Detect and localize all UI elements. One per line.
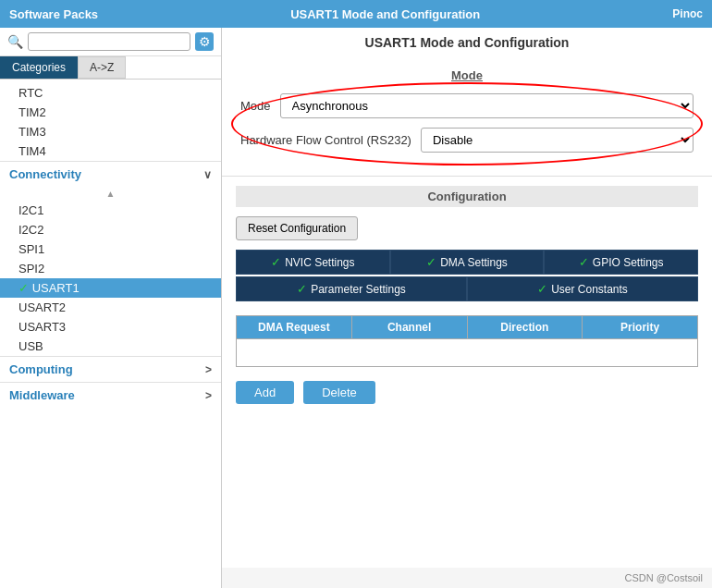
dma-check-icon: ✓ [426,255,436,269]
sidebar-item-spi2[interactable]: SPI2 [0,259,221,278]
sidebar-section-connectivity[interactable]: Connectivity ∨ [0,161,221,187]
sidebar-search-bar: 🔍 ⚙ [0,28,221,56]
up-arrow-icon: ▲ [106,189,116,199]
search-input[interactable] [28,32,190,51]
nvic-label: NVIC Settings [285,256,354,269]
add-button[interactable]: Add [236,381,294,404]
sidebar-item-usart2[interactable]: USART2 [0,298,221,317]
sidebar-tabs: Categories A->Z [0,56,221,80]
sidebar-section-computing[interactable]: Computing > [0,356,221,382]
computing-label: Computing [9,362,73,376]
tab-dma-settings[interactable]: ✓ DMA Settings [390,250,545,275]
content-title: USART1 Mode and Configuration [222,28,712,55]
search-icon: 🔍 [7,34,23,49]
mode-section-title: Mode [240,68,694,82]
sidebar-item-usart1[interactable]: ✓ USART1 [0,278,221,298]
sidebar-items-list: RTC TIM2 TIM3 TIM4 Connectivity ∨ ▲ I2C1… [0,80,221,588]
chevron-down-icon: ∨ [203,168,212,181]
config-section: Configuration Reset Configuration ✓ NVIC… [222,177,712,568]
tab-az[interactable]: A->Z [78,56,126,79]
top-bar-center: USART1 Mode and Configuration [98,7,672,21]
sidebar: 🔍 ⚙ Categories A->Z RTC TIM2 TIM3 TIM4 C… [0,28,222,588]
mode-row: Mode Asynchronous Synchronous Disable [240,93,694,118]
dma-table-body [236,339,698,367]
dma-actions: Add Delete [236,381,698,404]
mode-section: Mode Mode Asynchronous Synchronous Disab… [222,55,712,177]
chevron-right-icon2: > [205,389,212,402]
reset-config-button[interactable]: Reset Configuration [236,216,358,240]
sidebar-item-usb[interactable]: USB [0,337,221,356]
gpio-check-icon: ✓ [579,255,589,269]
dma-col-direction: Direction [468,316,583,338]
sidebar-section-middleware[interactable]: Middleware > [0,382,221,408]
sidebar-item-i2c1[interactable]: I2C1 [0,201,221,220]
tab-gpio-settings[interactable]: ✓ GPIO Settings [544,250,698,275]
mode-label: Mode [240,99,271,113]
hw-flow-select[interactable]: Disable Enable [421,128,694,153]
top-bar: Software Packs USART1 Mode and Configura… [0,0,712,28]
check-icon: ✓ [18,281,32,295]
config-tabs-row2: ✓ Parameter Settings ✓ User Constants [236,276,698,301]
dma-col-request: DMA Request [237,316,352,338]
gear-icon[interactable]: ⚙ [195,32,214,51]
top-bar-right: Pinoc [672,7,703,20]
uc-check-icon: ✓ [537,282,547,296]
dma-col-channel: Channel [352,316,468,338]
gpio-label: GPIO Settings [593,256,664,269]
hw-flow-row: Hardware Flow Control (RS232) Disable En… [240,128,694,153]
sidebar-item-usart3[interactable]: USART3 [0,317,221,337]
config-title: Configuration [236,186,698,207]
main-layout: 🔍 ⚙ Categories A->Z RTC TIM2 TIM3 TIM4 C… [0,28,712,588]
tab-parameter-settings[interactable]: ✓ Parameter Settings [236,276,467,301]
tab-nvic-settings[interactable]: ✓ NVIC Settings [236,250,390,275]
sidebar-item-tim2[interactable]: TIM2 [0,103,221,122]
dma-label: DMA Settings [440,256,508,269]
param-label: Parameter Settings [311,283,406,296]
middleware-label: Middleware [9,388,75,402]
sidebar-item-rtc[interactable]: RTC [0,83,221,103]
tab-categories[interactable]: Categories [0,56,78,79]
sidebar-item-i2c2[interactable]: I2C2 [0,220,221,239]
sidebar-item-spi1[interactable]: SPI1 [0,239,221,259]
tab-user-constants[interactable]: ✓ User Constants [467,276,698,301]
connectivity-subsection: ▲ [0,187,221,201]
uc-label: User Constants [551,283,628,296]
dma-table-header: DMA Request Channel Direction Priority [236,315,698,339]
nvic-check-icon: ✓ [271,255,281,269]
chevron-right-icon: > [205,363,212,376]
connectivity-label: Connectivity [9,167,81,181]
watermark: CSDN @Costsoil [222,568,712,588]
dma-col-priority: Priority [583,316,697,338]
param-check-icon: ✓ [297,282,307,296]
mode-select[interactable]: Asynchronous Synchronous Disable [280,93,694,118]
config-tabs-row1: ✓ NVIC Settings ✓ DMA Settings ✓ GPIO Se… [236,250,698,275]
sidebar-item-tim4[interactable]: TIM4 [0,141,221,161]
top-bar-left: Software Packs [9,7,98,21]
hw-flow-label: Hardware Flow Control (RS232) [240,133,411,147]
sidebar-item-tim3[interactable]: TIM3 [0,122,221,141]
content-area: USART1 Mode and Configuration Mode Mode … [222,28,712,588]
delete-button[interactable]: Delete [303,381,375,404]
